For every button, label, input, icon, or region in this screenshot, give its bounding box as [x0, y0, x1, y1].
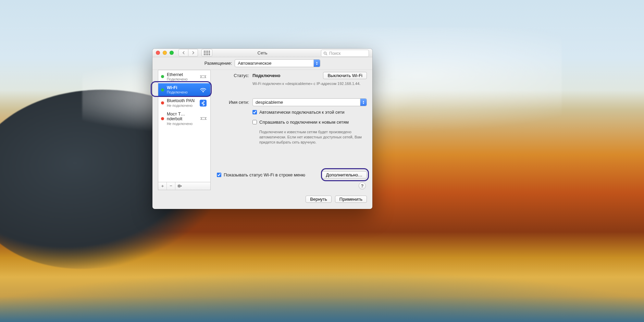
interface-status: Не подключено: [167, 122, 197, 126]
svg-point-3: [178, 185, 180, 187]
interface-status: Подключено: [167, 77, 188, 81]
back-button[interactable]: [178, 49, 188, 57]
forward-button[interactable]: [188, 49, 198, 57]
interface-status: Подключено: [167, 90, 188, 94]
show-all-button[interactable]: [201, 49, 212, 57]
close-button[interactable]: [156, 51, 160, 55]
bottom-options-row: Показывать статус Wi-Fi в строке меню До…: [217, 171, 367, 178]
ask-join-hint: Подключение к известным сетям будет прои…: [259, 129, 362, 145]
detail-panel: Статус: Подключено Выключить Wi-Fi Wi-Fi…: [217, 70, 367, 190]
content-body: Ethernet Подключено Wi-Fi Подключено: [152, 70, 372, 194]
svg-line-1: [326, 54, 327, 55]
gear-icon: [177, 184, 182, 188]
interface-name: Мост T…nderbolt: [167, 112, 197, 122]
search-icon: [323, 51, 327, 55]
menubar-label: Показывать статус Wi-Fi в строке меню: [224, 172, 305, 177]
sidebar-item-bluetooth-pan[interactable]: Bluetooth PAN Не подключено: [158, 96, 210, 109]
location-label: Размещение:: [205, 61, 232, 66]
search-placeholder: Поиск: [329, 51, 340, 56]
window-controls: [156, 51, 174, 55]
status-label: Статус:: [217, 73, 249, 78]
chevron-right-icon: [192, 51, 195, 54]
sidebar: Ethernet Подключено Wi-Fi Подключено: [158, 70, 211, 190]
status-hint: Wi-Fi подключен к «despicableme» с IP-ад…: [252, 81, 360, 86]
add-interface-button[interactable]: ＋: [158, 182, 167, 190]
status-value: Подключено: [252, 73, 280, 78]
interface-name: Bluetooth PAN: [167, 98, 195, 103]
status-dot-icon: [161, 117, 164, 120]
ethernet-icon: [199, 73, 208, 80]
svg-point-2: [203, 92, 203, 92]
help-button[interactable]: ?: [359, 182, 366, 189]
apply-button[interactable]: Применить: [335, 196, 367, 203]
advanced-button[interactable]: Дополнительно…: [321, 171, 367, 178]
interface-name: Wi-Fi: [167, 85, 188, 90]
menubar-checkbox[interactable]: Показывать статус Wi-Fi в строке меню: [217, 172, 305, 177]
grid-icon: [204, 51, 210, 55]
remove-interface-button[interactable]: −: [167, 182, 175, 190]
titlebar: Сеть Поиск: [152, 49, 372, 57]
status-dot-icon: [161, 101, 164, 104]
wifi-icon: [199, 86, 208, 94]
chevron-up-down-icon: ▴▾: [360, 99, 367, 106]
status-dot-icon: [161, 75, 164, 78]
search-input[interactable]: Поиск: [321, 50, 369, 57]
location-value: Автоматическое: [238, 61, 271, 66]
sidebar-item-ethernet[interactable]: Ethernet Подключено: [158, 70, 210, 83]
network-name-label: Имя сети:: [217, 100, 249, 105]
auto-join-label: Автоматически подключаться к этой сети: [259, 110, 345, 115]
ask-join-input[interactable]: [252, 120, 257, 124]
chevron-up-down-icon: ▴▾: [313, 60, 320, 67]
menubar-input[interactable]: [217, 173, 221, 177]
auto-join-input[interactable]: [252, 110, 257, 114]
zoom-button[interactable]: [170, 51, 174, 55]
ask-join-label: Спрашивать о подключении к новым сетям: [259, 120, 349, 125]
toggle-wifi-button[interactable]: Выключить Wi-Fi: [323, 72, 367, 79]
sidebar-item-thunderbolt-bridge[interactable]: Мост T…nderbolt Не подключено: [158, 110, 210, 128]
sidebar-item-wifi[interactable]: Wi-Fi Подключено: [158, 83, 210, 96]
chevron-left-icon: [182, 51, 185, 54]
interface-name: Ethernet: [167, 72, 188, 77]
interface-list: Ethernet Подключено Wi-Fi Подключено: [158, 70, 211, 182]
ask-join-checkbox[interactable]: Спрашивать о подключении к новым сетям: [252, 120, 349, 125]
interface-status: Не подключено: [167, 103, 195, 108]
nav-buttons: [178, 49, 198, 57]
interface-actions-button[interactable]: [175, 182, 184, 190]
location-row: Размещение: Автоматическое ▴▾: [152, 57, 372, 70]
network-name-value: despicableme: [256, 100, 283, 105]
svg-point-0: [324, 52, 326, 54]
network-preferences-window: Сеть Поиск Размещение: Автоматическое ▴▾…: [152, 49, 372, 209]
minimize-button[interactable]: [163, 51, 167, 55]
list-footer: ＋ −: [158, 182, 211, 190]
ethernet-icon: [200, 115, 208, 122]
status-dot-icon: [161, 88, 164, 91]
bluetooth-icon: [199, 99, 208, 107]
window-footer: Вернуть Применить: [152, 194, 372, 209]
network-name-popup[interactable]: despicableme ▴▾: [252, 98, 367, 106]
revert-button[interactable]: Вернуть: [306, 196, 332, 203]
location-popup[interactable]: Автоматическое ▴▾: [235, 59, 320, 67]
auto-join-checkbox[interactable]: Автоматически подключаться к этой сети: [252, 110, 345, 115]
